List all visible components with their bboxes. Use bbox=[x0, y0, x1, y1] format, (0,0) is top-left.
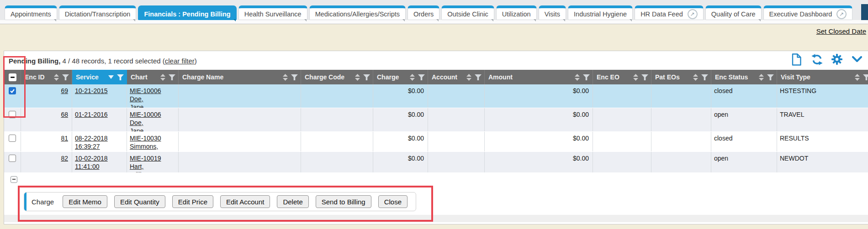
column-header-visit-type[interactable]: Visit Type bbox=[777, 70, 868, 84]
column-header-charge-name[interactable]: Charge Name bbox=[179, 70, 301, 84]
sort-icon[interactable] bbox=[693, 74, 698, 81]
sort-icon[interactable] bbox=[759, 74, 764, 81]
row-checkbox-checked[interactable] bbox=[9, 87, 16, 94]
tab-health-surveillance[interactable]: Health Surveillance bbox=[238, 5, 307, 20]
service-link[interactable]: 08-22-2018 16:39:27 bbox=[75, 135, 108, 150]
tab-label: Quality of Care bbox=[711, 10, 756, 18]
tab-fold-icon bbox=[491, 19, 493, 21]
external-link-icon[interactable]: ↗ bbox=[688, 9, 698, 19]
tab-label: Dictation/Transcription bbox=[65, 10, 131, 18]
sort-icon[interactable] bbox=[283, 74, 288, 81]
row-checkbox-unchecked[interactable] bbox=[9, 135, 16, 142]
filter-icon[interactable] bbox=[767, 74, 774, 80]
tab-appointments[interactable]: Appointments bbox=[5, 5, 57, 20]
tab-executive-dashboard[interactable]: Executive Dashboard↗ bbox=[763, 5, 853, 20]
sort-icon[interactable] bbox=[575, 74, 580, 81]
table-header-row: Enc ID Service Chart Charge Name Charge … bbox=[4, 70, 868, 84]
external-link-icon[interactable]: ↗ bbox=[836, 9, 847, 19]
table-row: 82 10-02-2018 11:41:00 MIE-10019 Hart, W… bbox=[4, 152, 868, 173]
enc-id-link[interactable]: 68 bbox=[61, 111, 68, 118]
sorted-desc-icon[interactable] bbox=[108, 75, 114, 79]
cell-service: 01-21-2016 bbox=[72, 108, 127, 131]
edit-quantity-button[interactable]: Edit Quantity bbox=[114, 195, 165, 208]
edit-account-button[interactable]: Edit Account bbox=[220, 195, 270, 208]
tab-hr-data-feed[interactable]: HR Data Feed↗ bbox=[635, 5, 704, 20]
send-to-billing-button[interactable]: Send to Billing bbox=[316, 195, 371, 208]
column-header-enc-status[interactable]: Enc Status bbox=[711, 70, 777, 84]
filter-icon[interactable] bbox=[475, 74, 482, 80]
filter-icon[interactable] bbox=[291, 74, 298, 80]
sort-icon[interactable] bbox=[466, 74, 471, 81]
cell-visit-type: HSTESTING bbox=[777, 84, 868, 108]
tab-dictation-transcription[interactable]: Dictation/Transcription bbox=[59, 5, 137, 20]
tab-utilization[interactable]: Utilization bbox=[496, 5, 537, 20]
cell-charge-name bbox=[179, 132, 301, 151]
filter-icon[interactable] bbox=[169, 74, 175, 80]
cell-enc-id: 69 bbox=[21, 84, 72, 108]
column-header-chart[interactable]: Chart bbox=[127, 70, 179, 84]
table-row: 68 01-21-2016 MIE-10006 Doe, Jane $0.00 … bbox=[4, 108, 868, 132]
enc-id-link[interactable]: 82 bbox=[61, 155, 68, 162]
clear-filter-link[interactable]: clear filter bbox=[165, 57, 195, 65]
column-header-pat-eos[interactable]: Pat EOs bbox=[651, 70, 711, 84]
new-document-icon[interactable] bbox=[790, 53, 803, 66]
sort-icon[interactable] bbox=[54, 74, 59, 81]
close-button[interactable]: Close bbox=[378, 195, 408, 208]
service-link[interactable]: 10-21-2015 bbox=[75, 87, 108, 94]
cell-enc-id: 82 bbox=[21, 152, 72, 172]
enc-id-link[interactable]: 69 bbox=[61, 87, 68, 94]
chart-link[interactable]: MIE-10006 Doe, Jane bbox=[130, 111, 161, 131]
delete-button[interactable]: Delete bbox=[277, 195, 308, 208]
collapse-minus-icon[interactable] bbox=[11, 176, 17, 183]
filter-icon[interactable] bbox=[418, 74, 425, 80]
tab-fold-icon bbox=[133, 19, 135, 21]
edit-memo-button[interactable]: Edit Memo bbox=[63, 195, 107, 208]
cell-chart: MIE-10019 Hart, William bbox=[127, 152, 179, 172]
tab-quality-of-care[interactable]: Quality of Care bbox=[705, 5, 762, 20]
service-link[interactable]: 01-21-2016 bbox=[75, 111, 108, 118]
filter-icon[interactable] bbox=[62, 74, 69, 80]
column-header-charge[interactable]: Charge bbox=[373, 70, 428, 84]
service-link[interactable]: 10-02-2018 11:41:00 bbox=[75, 155, 108, 170]
column-header-account[interactable]: Account bbox=[428, 70, 485, 84]
select-all-checkbox[interactable] bbox=[9, 73, 16, 81]
tab-medications-allergies-scripts[interactable]: Medications/Allergies/Scripts bbox=[309, 5, 406, 20]
sort-icon[interactable] bbox=[355, 74, 360, 81]
filter-icon[interactable] bbox=[363, 74, 370, 80]
filter-icon[interactable] bbox=[701, 74, 708, 80]
edit-price-button[interactable]: Edit Price bbox=[172, 195, 213, 208]
filter-icon[interactable] bbox=[641, 74, 648, 80]
filter-icon[interactable] bbox=[117, 74, 124, 80]
tab-label: Financials : Pending Billing bbox=[144, 10, 230, 18]
chart-link[interactable]: MIE-10030 Simmons, Nicole bbox=[130, 135, 161, 151]
column-header-service[interactable]: Service bbox=[72, 70, 127, 84]
tab-orders[interactable]: Orders bbox=[408, 5, 439, 20]
column-header-amount[interactable]: Amount bbox=[485, 70, 593, 84]
filter-icon[interactable] bbox=[863, 74, 868, 80]
cell-visit-type: TRAVEL bbox=[777, 108, 868, 131]
row-checkbox-unchecked[interactable] bbox=[9, 111, 16, 118]
chart-link[interactable]: MIE-10006 Doe, Jane bbox=[130, 87, 161, 108]
table-row: 81 08-22-2018 16:39:27 MIE-10030 Simmons… bbox=[4, 132, 868, 152]
column-header-enc-eo[interactable]: Enc EO bbox=[593, 70, 651, 84]
sort-icon[interactable] bbox=[633, 74, 638, 81]
sort-icon[interactable] bbox=[855, 74, 860, 81]
chevron-down-icon[interactable] bbox=[851, 53, 863, 66]
tab-visits[interactable]: Visits bbox=[539, 5, 566, 20]
filter-icon[interactable] bbox=[583, 74, 590, 80]
tab-outside-clinic[interactable]: Outside Clinic bbox=[441, 5, 494, 20]
sort-icon[interactable] bbox=[160, 74, 165, 81]
chart-link[interactable]: MIE-10019 Hart, William bbox=[130, 155, 161, 172]
tab-industrial-hygiene[interactable]: Industrial Hygiene bbox=[568, 5, 633, 20]
sort-icon[interactable] bbox=[410, 74, 415, 81]
refresh-icon[interactable] bbox=[810, 53, 823, 66]
enc-id-link[interactable]: 81 bbox=[61, 135, 68, 142]
tab-financials-pending-billing[interactable]: Financials : Pending Billing bbox=[138, 5, 236, 20]
set-closed-date-link[interactable]: Set Closed Date bbox=[816, 27, 866, 35]
column-header-enc-id[interactable]: Enc ID bbox=[21, 70, 72, 84]
gear-icon[interactable] bbox=[831, 53, 843, 66]
cell-amount: $0.00 bbox=[485, 132, 593, 151]
row-checkbox-unchecked[interactable] bbox=[9, 155, 16, 162]
column-header-charge-code[interactable]: Charge Code bbox=[301, 70, 373, 84]
tab-fold-icon bbox=[436, 19, 439, 21]
